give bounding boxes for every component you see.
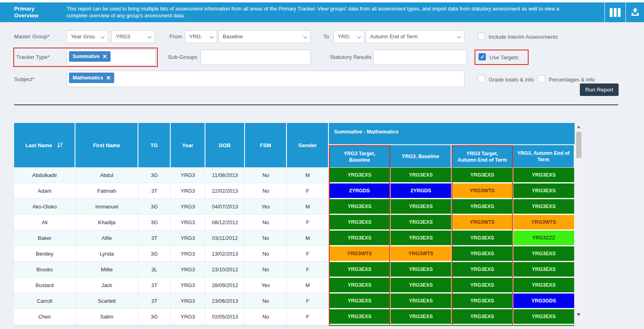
grade-cell[interactable]: YRG3GDS <box>513 293 575 309</box>
fsm-cell: Yes <box>245 199 287 214</box>
grade-column-header[interactable]: YRG3, Baseline <box>390 145 452 167</box>
grade-cell[interactable]: YRG3EXS <box>513 277 575 293</box>
grade-cell[interactable]: YRG3EXS <box>390 277 452 293</box>
grade-cell[interactable]: YRG3EXS <box>390 309 452 325</box>
column-header-last-name[interactable]: Last Name <box>14 123 75 167</box>
grade-cell[interactable]: YRG3EXS <box>452 230 513 246</box>
grade-cell[interactable]: YRG3EXS <box>513 262 575 277</box>
grade-cell[interactable]: YRG3EXS <box>390 214 452 230</box>
subject-input[interactable]: Mathematics✕ <box>67 71 464 87</box>
grade-cell[interactable]: YRG3EXS <box>452 199 513 214</box>
grade-cell[interactable]: YRG3EXS <box>329 167 390 183</box>
table-row: BrooksMillie3LYRG323/10/2012NoFYRG3EXSYR… <box>14 262 575 277</box>
grade-cell[interactable]: 2YRGDS <box>329 183 390 199</box>
gender-cell: F <box>287 183 329 199</box>
dob-cell <box>205 325 245 327</box>
grade-cell[interactable]: YRG3EXS <box>452 293 513 309</box>
remove-chip-icon[interactable]: ✕ <box>106 76 111 80</box>
scroll-down-icon[interactable] <box>577 313 580 316</box>
grade-cell[interactable]: YRG3WTS <box>390 246 452 262</box>
run-report-button[interactable]: Run Report <box>580 83 619 96</box>
grade-cell[interactable]: YRG3WTS <box>452 214 513 230</box>
grade-column-header[interactable]: YRG3 Target, Autumn End of Term <box>452 145 513 167</box>
to-assessment-select[interactable]: Autumn End of Term <box>366 30 464 43</box>
dob-cell: 13/02/2013 <box>205 246 245 262</box>
tg-cell: 3T <box>138 293 171 309</box>
grade-cell[interactable]: YRG3EXS <box>390 293 452 309</box>
grade-column-header[interactable]: YRG3 Target, Baseline <box>329 145 390 167</box>
grade-cell[interactable]: YRG3EXS <box>452 246 513 262</box>
grade-cell[interactable]: YRG3EXS <box>390 167 452 183</box>
grade-totals-checkbox[interactable] <box>478 75 485 83</box>
grade-cell[interactable]: YRG3EXS <box>390 262 452 277</box>
statutory-results-input[interactable] <box>373 50 467 65</box>
last-name-cell: Abdulkadir <box>14 167 75 183</box>
grade-cell[interactable]: YRG3EXS <box>452 277 513 293</box>
grade-cell[interactable]: YRG3EXS <box>513 183 575 199</box>
columns-button[interactable] <box>605 2 625 22</box>
year-cell: YRG3 <box>171 246 205 262</box>
grade-cell[interactable]: YRG3EXS <box>452 309 513 325</box>
grade-cell[interactable]: YRG3EXS <box>452 262 513 277</box>
grade-cell[interactable]: YRG3EXS <box>329 230 390 246</box>
grade-cell[interactable]: YRG3EXS <box>329 277 390 293</box>
grade-cell[interactable]: YRG3EXS <box>513 309 575 325</box>
master-group-select[interactable]: YRG3 <box>111 30 155 43</box>
tg-cell: 3G <box>138 199 171 214</box>
grade-cell[interactable]: YRG3EXS <box>452 167 513 183</box>
group-header: Summative - Mathematics <box>329 123 575 145</box>
percentages-checkbox[interactable] <box>538 75 545 83</box>
grade-cell[interactable]: YRG3ZZZ <box>513 230 575 246</box>
gender-cell: M <box>287 230 329 246</box>
from-assessment-select[interactable]: Baseline <box>218 30 311 43</box>
tracker-type-input[interactable]: Summative✕ <box>67 49 156 65</box>
grade-cell[interactable]: YRG3WTS <box>329 246 390 262</box>
grade-cell[interactable]: YRG3EXS <box>329 309 390 325</box>
include-interim-checkbox[interactable] <box>478 33 485 40</box>
grade-cell[interactable]: YRG3EXS <box>329 214 390 230</box>
export-button[interactable] <box>626 2 644 22</box>
year-cell: YRG3 <box>171 214 205 230</box>
master-group-type-select[interactable]: Year Grou <box>67 30 108 43</box>
grade-column-header[interactable]: YRG3, Autumn End of Term <box>513 145 575 167</box>
column-header-gender[interactable]: Gender <box>287 123 329 167</box>
scroll-up-icon[interactable] <box>577 125 580 128</box>
grade-cell[interactable]: YRG3EXS <box>390 230 452 246</box>
column-header-fsm[interactable]: FSM <box>245 123 287 167</box>
vertical-scrollbar[interactable] <box>575 123 582 319</box>
sort-icon[interactable] <box>57 142 63 148</box>
clipped-next-row <box>14 325 575 327</box>
grade-cell[interactable]: YRG3EXS <box>513 199 575 214</box>
grade-cell[interactable]: 2YRGDS <box>390 183 452 199</box>
grade-cell[interactable]: YRG3EXS <box>329 199 390 214</box>
table-row: Ako-OlokoImmanuel3GYRG304/07/2013YesMYRG… <box>14 199 575 214</box>
column-header-tg[interactable]: TG <box>138 123 171 167</box>
sub-groups-input[interactable] <box>201 50 311 65</box>
year-cell <box>171 325 205 327</box>
grade-cell[interactable]: YRG3EXS <box>390 199 452 214</box>
grade-cell[interactable]: YRG3WTS <box>452 183 513 199</box>
to-group-select[interactable]: YRG: <box>333 30 364 43</box>
scrollbar-thumb[interactable] <box>576 132 581 158</box>
use-targets-checkbox[interactable] <box>479 53 486 60</box>
last-name-cell: Adam <box>14 183 75 199</box>
remove-chip-icon[interactable]: ✕ <box>102 54 107 58</box>
gender-cell <box>287 325 329 327</box>
first-name-cell <box>75 325 138 327</box>
column-header-dob[interactable]: DOB <box>205 123 245 167</box>
from-group-select[interactable]: YRG: <box>185 30 217 43</box>
include-interim-label: Include Interim Assessments <box>489 34 558 40</box>
column-header-first-name[interactable]: First Name <box>75 123 138 167</box>
column-header-year[interactable]: Year <box>171 123 205 167</box>
results-table: Last Name First Name TG Year DOB FSM Gen… <box>14 123 575 327</box>
grade-cell <box>329 325 390 327</box>
table-row: AbdulkadirAbdul3GYRG311/08/2013NoMYRG3EX… <box>14 167 575 183</box>
dob-cell: 28/09/2012 <box>205 277 245 293</box>
table-header: Last Name First Name TG Year DOB FSM Gen… <box>14 123 575 167</box>
grade-cell[interactable]: YRG3EXS <box>513 246 575 262</box>
grade-cell[interactable]: YRG3EXS <box>329 293 390 309</box>
grade-cell[interactable]: YRG3EXS <box>329 262 390 277</box>
last-name-cell: Ako-Oloko <box>14 199 75 214</box>
grade-cell[interactable]: YRG3EXS <box>513 167 575 183</box>
grade-cell[interactable]: YRG3WTS <box>513 214 575 230</box>
